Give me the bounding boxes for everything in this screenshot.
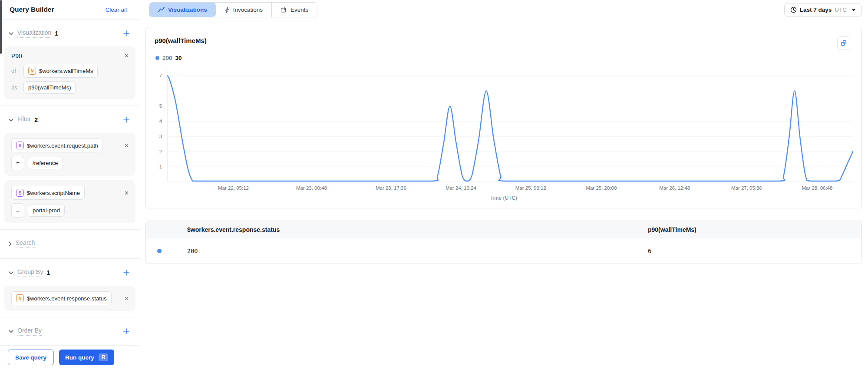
page-bottom-border xyxy=(0,375,868,375)
run-query-button[interactable]: Run query R xyxy=(59,350,114,365)
run-query-label: Run query xyxy=(65,354,94,361)
x-tick-label: Mar 22, 05:12 xyxy=(218,185,249,191)
divider xyxy=(0,229,140,230)
section-search-header[interactable]: Search xyxy=(0,235,140,252)
tab-label: Events xyxy=(290,7,308,13)
tab-events[interactable]: Events xyxy=(271,3,317,17)
x-tick-label: Mar 25, 20:00 xyxy=(586,185,617,191)
visualization-field: $workers.wallTimeMs xyxy=(39,68,93,74)
time-range-selector[interactable]: Last 7 days UTC xyxy=(784,3,862,16)
chart-legend[interactable]: 200 30 xyxy=(155,55,182,61)
legend-series-value: 30 xyxy=(175,55,182,61)
groupby-card: N $workers.event.response.status ✕ xyxy=(4,286,135,311)
visualization-function: P90 xyxy=(11,53,22,59)
x-tick-label: Mar 23, 17:36 xyxy=(376,185,406,191)
main-content: Visualizations Invocations Events Last 7… xyxy=(140,0,868,376)
remove-groupby-icon[interactable]: ✕ xyxy=(123,295,130,302)
of-label: of xyxy=(11,68,20,74)
visualization-field-chip[interactable]: N $workers.wallTimeMs xyxy=(23,64,98,78)
filter-value-chip[interactable]: /reference xyxy=(28,157,63,169)
y-tick-label: 7 xyxy=(159,73,162,78)
section-groupby-header[interactable]: Group By 1 xyxy=(0,264,140,281)
groupby-field-chip[interactable]: N $workers.event.response.status xyxy=(11,291,112,305)
section-visualization-header[interactable]: Visualization 1 xyxy=(0,25,140,42)
add-filter-button[interactable] xyxy=(122,115,131,125)
divider xyxy=(0,258,140,259)
section-orderby-header[interactable]: Order By xyxy=(0,323,140,340)
sidebar-scrollbar-thumb[interactable] xyxy=(0,0,2,54)
column-header-p90[interactable]: p90(wallTimeMs) xyxy=(648,226,861,233)
sidebar-footer: Save query Run query R xyxy=(0,345,140,369)
y-tick-label: 2 xyxy=(159,149,162,154)
chevron-down-icon xyxy=(9,119,13,122)
filter-field-chip[interactable]: S $workers.scriptName xyxy=(11,186,85,200)
chart-x-axis-title: Time (UTC) xyxy=(146,195,861,201)
filter-field: $workers.scriptName xyxy=(27,190,80,196)
chart[interactable]: 754321Mar 22, 05:12Mar 23, 00:48Mar 23, … xyxy=(153,69,855,194)
chevron-down-icon xyxy=(9,271,13,274)
expand-icon xyxy=(840,40,847,46)
section-visualization-label: Visualization xyxy=(17,29,51,38)
status-cell: 200 xyxy=(187,247,198,254)
add-visualization-button[interactable] xyxy=(122,29,131,38)
chevron-down-icon xyxy=(9,330,13,333)
add-groupby-button[interactable] xyxy=(122,268,131,277)
filter-operator-chip[interactable]: = xyxy=(11,156,24,170)
visualization-alias-chip[interactable]: p90(wallTimeMs) xyxy=(23,81,76,94)
clock-icon xyxy=(790,7,797,13)
section-filter-count: 2 xyxy=(34,116,38,123)
filter-field: $workers.event.request.path xyxy=(27,142,98,149)
chart-line-icon xyxy=(158,7,165,13)
filter-card: S $workers.event.request.path ✕ = /refer… xyxy=(4,133,135,176)
chevron-right-icon xyxy=(9,241,12,246)
table-row[interactable]: 200 6 xyxy=(146,238,861,264)
string-type-icon: S xyxy=(16,142,24,149)
y-tick-label: 4 xyxy=(159,119,162,124)
section-groupby-count: 1 xyxy=(46,269,50,276)
section-groupby-label: Group By xyxy=(17,268,43,277)
lightning-icon xyxy=(225,7,230,13)
chart-line xyxy=(168,76,853,181)
legend-series-dot xyxy=(155,56,159,60)
remove-filter-icon[interactable]: ✕ xyxy=(123,189,130,197)
x-tick-label: Mar 24, 10:24 xyxy=(446,185,477,191)
clear-all-link[interactable]: Clear all xyxy=(105,7,127,13)
remove-filter-icon[interactable]: ✕ xyxy=(123,142,130,149)
number-type-icon: N xyxy=(16,294,24,302)
events-icon xyxy=(281,7,287,13)
number-type-icon: N xyxy=(28,67,36,75)
chevron-down-icon xyxy=(9,32,13,35)
section-filter-header[interactable]: Filter 2 xyxy=(0,111,140,129)
filter-value-chip[interactable]: portal-prod xyxy=(28,204,65,217)
visualization-card: P90 ✕ of N $workers.wallTimeMs as p90(wa… xyxy=(4,46,135,99)
sidebar-header: Query Builder Clear all xyxy=(0,0,140,20)
results-table: $workers.event.response.status p90(wallT… xyxy=(145,221,862,264)
filter-value: portal-prod xyxy=(33,207,60,214)
table-header-row: $workers.event.response.status p90(wallT… xyxy=(146,221,861,238)
filter-operator-chip[interactable]: = xyxy=(11,203,24,218)
divider xyxy=(0,106,140,106)
tab-label: Invocations xyxy=(233,7,263,13)
tab-invocations[interactable]: Invocations xyxy=(216,3,271,17)
tab-visualizations[interactable]: Visualizations xyxy=(149,3,216,17)
chevron-down-icon xyxy=(851,9,856,11)
x-tick-label: Mar 26, 12:48 xyxy=(659,185,690,191)
line-chart-svg: 754321Mar 22, 05:12Mar 23, 00:48Mar 23, … xyxy=(153,69,855,193)
time-range-value: Last 7 days xyxy=(800,7,832,13)
save-query-button[interactable]: Save query xyxy=(8,350,54,365)
y-tick-label: 1 xyxy=(159,164,162,169)
remove-visualization-icon[interactable]: ✕ xyxy=(123,52,130,59)
add-orderby-button[interactable] xyxy=(122,327,131,336)
section-search-label: Search xyxy=(16,239,35,248)
legend-series-label: 200 xyxy=(162,55,172,61)
section-visualization-count: 1 xyxy=(55,30,58,37)
y-tick-label: 5 xyxy=(159,103,162,109)
expand-chart-button[interactable] xyxy=(837,36,850,49)
column-header-status[interactable]: $workers.event.response.status xyxy=(146,226,648,233)
chart-panel: p90(wallTimeMs) 200 30 754321Mar 22, 05:… xyxy=(145,27,862,208)
chart-title: p90(wallTimeMs) xyxy=(155,37,207,44)
tab-label: Visualizations xyxy=(168,7,207,13)
section-filter-label: Filter xyxy=(17,115,31,124)
filter-field-chip[interactable]: S $workers.event.request.path xyxy=(11,139,103,152)
string-type-icon: S xyxy=(16,189,24,197)
